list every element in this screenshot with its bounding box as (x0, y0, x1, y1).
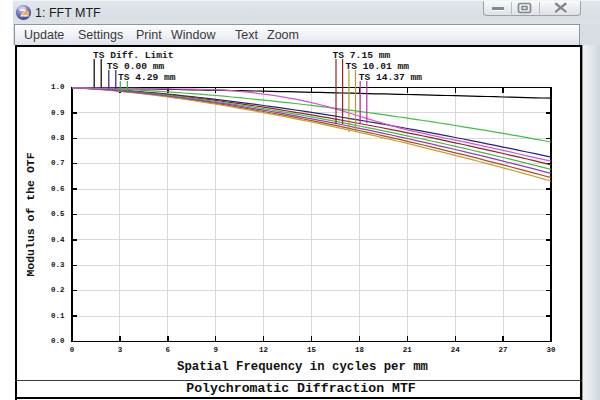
svg-text:Polychromatic Diffraction MTF: Polychromatic Diffraction MTF (186, 381, 416, 396)
svg-text:Modulus of the OTF: Modulus of the OTF (24, 152, 37, 276)
svg-text:0.4: 0.4 (51, 236, 65, 244)
svg-text:24: 24 (451, 346, 461, 354)
svg-text:0.5: 0.5 (51, 210, 65, 218)
svg-text:9: 9 (213, 346, 218, 354)
svg-text:0.8: 0.8 (51, 134, 65, 142)
svg-text:0.0: 0.0 (51, 337, 65, 345)
svg-text:6: 6 (166, 346, 171, 354)
svg-text:3: 3 (118, 346, 123, 354)
svg-text:12: 12 (259, 346, 269, 354)
svg-text:TS 10.01 mm: TS 10.01 mm (346, 61, 410, 72)
svg-text:TS 4.29 mm: TS 4.29 mm (118, 72, 176, 83)
svg-text:TS 7.15 mm: TS 7.15 mm (333, 50, 391, 61)
svg-text:0.3: 0.3 (51, 261, 65, 269)
svg-text:0.7: 0.7 (51, 159, 65, 167)
svg-text:21: 21 (403, 346, 413, 354)
svg-text:TS Diff. Limit: TS Diff. Limit (93, 50, 174, 61)
svg-text:0.1: 0.1 (51, 312, 65, 320)
svg-text:18: 18 (355, 346, 365, 354)
svg-text:0.2: 0.2 (51, 286, 65, 294)
svg-text:TS 14.37 mm: TS 14.37 mm (359, 72, 423, 83)
svg-text:1.0: 1.0 (51, 83, 65, 91)
svg-text:TS 0.00 mm: TS 0.00 mm (107, 61, 165, 72)
svg-text:Spatial Frequency in cycles pe: Spatial Frequency in cycles per mm (177, 360, 428, 374)
svg-text:27: 27 (499, 346, 508, 354)
svg-text:0.9: 0.9 (51, 109, 65, 117)
svg-text:15: 15 (307, 346, 317, 354)
svg-text:30: 30 (546, 346, 556, 354)
svg-text:0: 0 (70, 346, 75, 354)
svg-text:0.6: 0.6 (51, 185, 65, 193)
